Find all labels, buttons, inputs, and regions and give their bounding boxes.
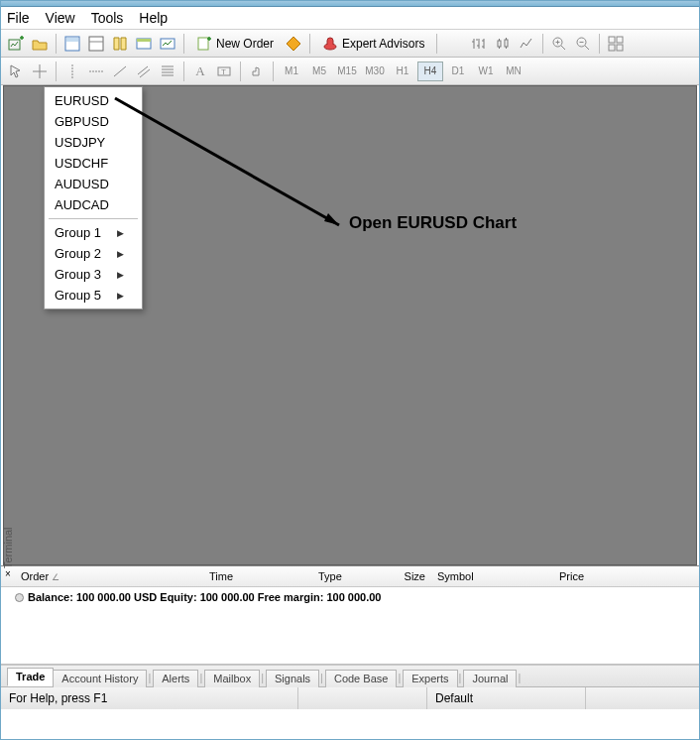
candles-button[interactable] (492, 33, 514, 55)
terminal-panel: × Order ∠ Time Type Size Symbol Price Ba… (1, 565, 699, 686)
tab-trade[interactable]: Trade (7, 668, 54, 686)
balance-text: Balance: 100 000.00 USD Equity: 100 000.… (28, 591, 381, 603)
col-time[interactable]: Time (203, 570, 312, 582)
zoom-in-icon (551, 36, 567, 52)
crosshair-button[interactable] (29, 61, 51, 82)
col-price[interactable]: Price (521, 570, 590, 582)
annotation-label: Open EURUSD Chart (349, 213, 517, 233)
dropdown-item-usdchf[interactable]: USDCHF (45, 153, 142, 174)
cursor-button[interactable] (5, 61, 27, 82)
expert-advisors-button[interactable]: Expert Advisors (315, 33, 431, 55)
tab-code-base[interactable]: Code Base (325, 670, 397, 687)
submenu-arrow-icon: ▶ (117, 291, 124, 301)
col-order-label: Order (21, 570, 49, 582)
col-type[interactable]: Type (312, 570, 372, 582)
channel-button[interactable] (133, 61, 155, 82)
col-symbol[interactable]: Symbol (431, 570, 521, 582)
vertical-line-button[interactable] (61, 61, 83, 82)
svg-rect-15 (617, 37, 623, 43)
tf-mn[interactable]: MN (501, 62, 526, 81)
dropdown-item-usdjpy[interactable]: USDJPY (45, 132, 142, 153)
trendline-button[interactable] (109, 61, 131, 82)
dropdown-item-audcad[interactable]: AUDCAD (45, 194, 142, 215)
tab-journal[interactable]: Journal (463, 670, 517, 687)
tab-mailbox[interactable]: Mailbox (204, 670, 260, 687)
order-plus-icon (196, 36, 212, 52)
svg-rect-2 (66, 38, 78, 42)
hline-icon (88, 63, 104, 79)
diamond-icon (286, 36, 301, 52)
market-watch-button[interactable] (61, 33, 83, 55)
menu-help[interactable]: Help (139, 10, 168, 26)
toolbar-separator (542, 34, 543, 54)
tf-h4[interactable]: H4 (417, 62, 443, 81)
cursor-icon (8, 63, 24, 79)
tf-m30[interactable]: M30 (362, 62, 388, 81)
status-profile[interactable]: Default (427, 687, 586, 709)
fibo-icon (160, 63, 175, 79)
terminal-close-button[interactable]: × (3, 568, 13, 578)
toolbar-separator (56, 62, 57, 81)
toolbar-separator (183, 34, 184, 54)
navigator-button[interactable] (109, 33, 131, 55)
tf-h1[interactable]: H1 (390, 62, 415, 81)
svg-rect-3 (89, 37, 103, 51)
submenu-arrow-icon: ▶ (117, 270, 124, 280)
menu-bar: File View Tools Help (1, 7, 699, 30)
dropdown-item-audusd[interactable]: AUDUSD (45, 174, 142, 194)
vline-icon (64, 63, 80, 79)
tab-separator: | (259, 672, 266, 683)
col-size[interactable]: Size (372, 570, 431, 582)
tf-d1[interactable]: D1 (445, 62, 471, 81)
dropdown-item-gbpusd[interactable]: GBPUSD (45, 111, 142, 132)
horizontal-line-button[interactable] (85, 61, 107, 82)
text-button[interactable]: A (189, 61, 211, 82)
tf-m5[interactable]: M5 (306, 62, 332, 81)
dropdown-group-3[interactable]: Group 3▶ (45, 264, 142, 285)
balance-row: Balance: 100 000.00 USD Equity: 100 000.… (15, 591, 699, 603)
zoom-in-button[interactable] (548, 33, 570, 55)
dropdown-group-5[interactable]: Group 5▶ (45, 285, 142, 306)
dropdown-group-2[interactable]: Group 2▶ (45, 243, 142, 264)
tab-separator: | (516, 672, 523, 683)
sort-asc-icon: ∠ (52, 572, 59, 582)
shapes-button[interactable] (246, 61, 268, 82)
col-order[interactable]: Order ∠ (15, 570, 203, 582)
tf-w1[interactable]: W1 (473, 62, 499, 81)
new-chart-button[interactable] (5, 33, 27, 55)
dropdown-item-eurusd[interactable]: EURUSD (45, 90, 142, 111)
terminal-button[interactable] (133, 33, 155, 55)
dropdown-group-1[interactable]: Group 1▶ (45, 222, 142, 243)
bar-chart-button[interactable] (468, 33, 490, 55)
strategy-tester-button[interactable] (157, 33, 178, 55)
menu-view[interactable]: View (46, 10, 75, 26)
dropdown-group-label: Group 5 (55, 288, 101, 303)
svg-rect-6 (137, 39, 151, 42)
arrange-windows-button[interactable] (605, 33, 627, 55)
svg-rect-11 (505, 40, 508, 47)
line-chart-button[interactable] (516, 33, 537, 55)
toolbar-separator (183, 62, 184, 81)
tab-separator: | (146, 672, 153, 683)
market-watch-icon (64, 36, 80, 52)
tab-signals[interactable]: Signals (266, 670, 319, 687)
tab-account-history[interactable]: Account History (53, 670, 147, 687)
tab-alerts[interactable]: Alerts (153, 670, 198, 687)
metaquotes-button[interactable] (283, 33, 304, 55)
data-window-button[interactable] (85, 33, 107, 55)
menu-tools[interactable]: Tools (91, 10, 124, 26)
expert-hat-icon (322, 36, 338, 52)
text-label-button[interactable]: T (213, 61, 235, 82)
tab-experts[interactable]: Experts (403, 670, 457, 687)
new-order-button[interactable]: New Order (189, 33, 281, 55)
tf-m1[interactable]: M1 (279, 62, 304, 81)
arrange-icon (608, 36, 624, 52)
zoom-out-button[interactable] (572, 33, 594, 55)
profiles-button[interactable] (29, 33, 51, 55)
row-status-icon (15, 593, 24, 602)
tf-m15[interactable]: M15 (334, 62, 360, 81)
fibonacci-button[interactable] (157, 61, 178, 82)
toolbar-separator (240, 62, 241, 81)
toolbar-separator (56, 34, 57, 54)
menu-file[interactable]: File (7, 10, 30, 26)
